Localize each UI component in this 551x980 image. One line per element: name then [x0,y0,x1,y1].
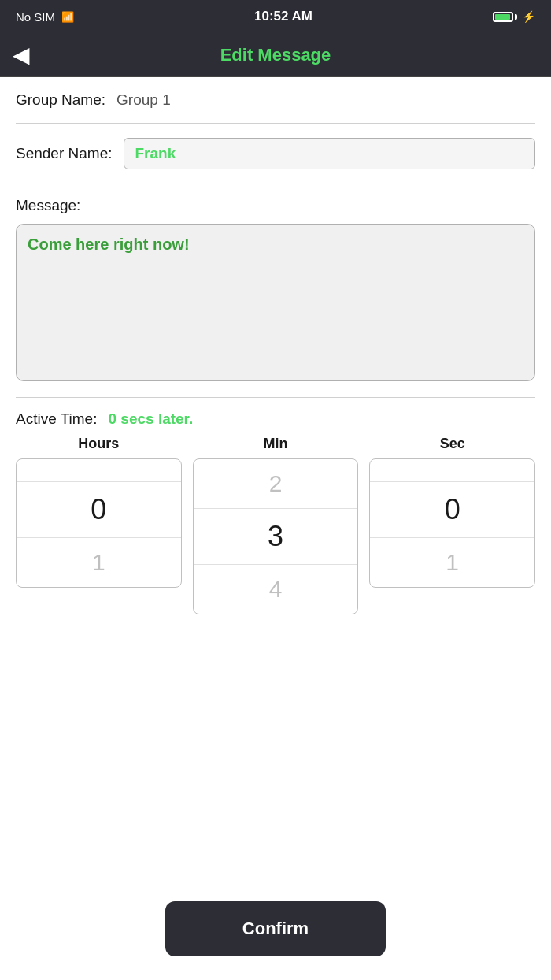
battery-icon [493,12,517,22]
min-header: Min [264,436,288,452]
confirm-button[interactable]: Confirm [165,901,386,956]
message-textarea[interactable]: Come here right now! [16,224,535,381]
sender-name-label: Sender Name: [16,145,113,162]
sec-picker-col: Sec 0 1 [369,436,535,614]
status-bar-time: 10:52 AM [254,9,312,24]
battery-body [493,12,513,22]
nav-title: Edit Message [220,45,331,65]
active-time-label: Active Time: [16,410,97,428]
sender-name-row: Sender Name: [16,124,535,184]
status-bar: No SIM 📶 10:52 AM ⚡ [0,0,551,33]
hours-prev [17,459,181,482]
sec-current: 0 [370,482,534,538]
group-name-label: Group Name: [16,91,105,109]
status-bar-right: ⚡ [493,10,535,23]
hours-picker-col: Hours 0 1 [16,436,182,614]
min-prev: 2 [194,459,358,509]
carrier-label: No SIM [16,10,55,24]
hours-next: 1 [17,538,181,587]
wifi-icon: 📶 [61,11,74,23]
battery-tip [515,14,517,20]
hours-current: 0 [17,482,181,538]
sender-name-input[interactable] [124,138,535,169]
active-time-row: Active Time: 0 secs later. [16,398,535,436]
group-name-value: Group 1 [116,91,171,109]
content-area: Group Name: Group 1 Sender Name: Message… [0,77,551,638]
message-section: Message: Come here right now! [16,184,535,398]
hours-header: Hours [78,436,119,452]
min-next: 4 [194,565,358,614]
min-picker-col: Min 2 3 4 [193,436,359,614]
bolt-icon: ⚡ [522,10,535,23]
active-time-value: 0 secs later. [108,410,193,428]
min-current: 3 [194,509,358,565]
message-label: Message: [16,197,535,214]
back-button[interactable]: ◀ [13,44,30,66]
sec-prev [370,459,534,482]
nav-bar: ◀ Edit Message [0,33,551,77]
time-picker: Hours 0 1 Min 2 3 4 Sec 0 1 [16,436,535,638]
group-name-row: Group Name: Group 1 [16,77,535,124]
sec-wheel[interactable]: 0 1 [369,458,535,588]
sec-header: Sec [440,436,465,452]
hours-wheel[interactable]: 0 1 [16,458,182,588]
min-wheel[interactable]: 2 3 4 [193,458,359,614]
battery-fill [495,14,510,20]
confirm-button-container: Confirm [0,901,551,956]
status-bar-left: No SIM 📶 [16,10,74,24]
sec-next: 1 [370,538,534,587]
